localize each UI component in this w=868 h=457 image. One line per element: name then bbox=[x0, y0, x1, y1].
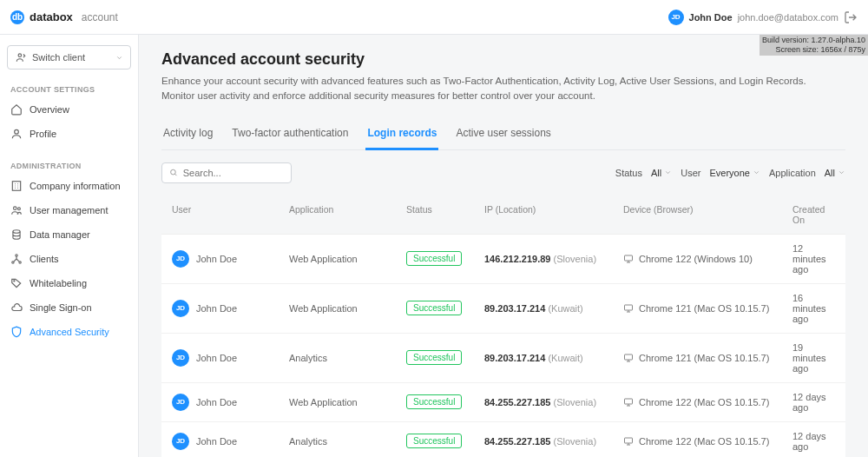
row-user-name: John Doe bbox=[196, 397, 237, 407]
sidebar-item-whitelabel[interactable]: Whitelabeling bbox=[0, 271, 138, 295]
row-avatar-icon: JD bbox=[172, 433, 189, 450]
row-created: 19 minutes ago bbox=[792, 342, 835, 374]
sidebar-item-label: Whitelabeling bbox=[30, 278, 87, 288]
user-area[interactable]: JD John Doe john.doe@databox.com bbox=[668, 10, 858, 25]
user-cell: JDJohn Doe bbox=[172, 394, 289, 411]
brand-sub: account bbox=[82, 11, 118, 23]
filter-user-label: User bbox=[681, 168, 700, 178]
status-badge: Successful bbox=[406, 350, 462, 365]
sidebar-item-users[interactable]: User management bbox=[0, 198, 138, 222]
svg-point-6 bbox=[16, 255, 17, 256]
row-user-name: John Doe bbox=[196, 254, 237, 264]
table-row: JDJohn DoeWeb ApplicationSuccessful146.2… bbox=[161, 235, 845, 284]
search-box[interactable] bbox=[161, 162, 292, 183]
monitor-icon bbox=[623, 254, 634, 264]
row-ip: 84.255.227.185 (Slovenia) bbox=[484, 436, 623, 447]
status-badge: Successful bbox=[406, 434, 462, 448]
user-name: John Doe bbox=[689, 12, 733, 23]
brand-name: databox bbox=[30, 10, 73, 23]
svg-point-8 bbox=[19, 262, 21, 263]
debug-info: Build version: 1.27.0-alpha.10 Screen si… bbox=[760, 35, 868, 56]
svg-rect-12 bbox=[625, 255, 633, 261]
svg-point-1 bbox=[15, 129, 19, 134]
page-description: Enhance your account security with advan… bbox=[161, 74, 838, 104]
status-badge: Successful bbox=[406, 301, 462, 315]
home-icon bbox=[10, 103, 23, 116]
svg-rect-18 bbox=[625, 354, 633, 360]
filter-app-label: Application bbox=[769, 168, 816, 178]
user-avatar-icon: JD bbox=[668, 10, 684, 25]
sidebar-item-data[interactable]: Data manager bbox=[0, 222, 138, 247]
search-icon bbox=[169, 168, 178, 177]
user-cell: JDJohn Doe bbox=[172, 433, 289, 450]
users-icon bbox=[10, 204, 23, 216]
switch-client-button[interactable]: Switch client bbox=[7, 45, 131, 70]
row-created: 12 minutes ago bbox=[792, 243, 835, 275]
user-icon bbox=[10, 128, 23, 140]
user-cell: JDJohn Doe bbox=[172, 250, 289, 268]
chevron-down-icon bbox=[753, 169, 760, 176]
tab-active-sessions[interactable]: Active user sessions bbox=[454, 118, 552, 150]
main-content: Build version: 1.27.0-alpha.10 Screen si… bbox=[139, 35, 868, 457]
logout-icon[interactable] bbox=[844, 10, 858, 24]
user-cell: JDJohn Doe bbox=[172, 300, 289, 317]
row-user-name: John Doe bbox=[196, 353, 237, 363]
login-records-table: User Application Status IP (Location) De… bbox=[161, 195, 845, 458]
user-email: john.doe@databox.com bbox=[738, 12, 838, 23]
sidebar-item-overview[interactable]: Overview bbox=[0, 97, 138, 122]
sidebar-item-label: Company information bbox=[30, 181, 121, 191]
svg-line-11 bbox=[174, 174, 176, 176]
tab-activity-log[interactable]: Activity log bbox=[161, 118, 214, 150]
sidebar-item-profile[interactable]: Profile bbox=[0, 122, 138, 146]
col-user: User bbox=[172, 204, 289, 225]
row-avatar-icon: JD bbox=[172, 349, 189, 367]
search-input[interactable] bbox=[183, 168, 284, 178]
filter-app-select[interactable]: All bbox=[825, 168, 845, 178]
row-app: Web Application bbox=[289, 303, 406, 314]
filter-status-select[interactable]: All bbox=[651, 168, 672, 178]
brand[interactable]: db databox account bbox=[10, 10, 118, 24]
sidebar-item-label: Advanced Security bbox=[30, 327, 109, 337]
svg-point-10 bbox=[171, 169, 176, 175]
row-app: Web Application bbox=[289, 254, 406, 264]
row-device: Chrome 121 (Mac OS 10.15.7) bbox=[623, 303, 792, 314]
row-device: Chrome 122 (Mac OS 10.15.7) bbox=[623, 397, 792, 407]
row-ip: 84.255.227.185 (Slovenia) bbox=[484, 397, 623, 407]
monitor-icon bbox=[623, 353, 634, 363]
database-icon bbox=[10, 228, 23, 241]
user-cell: JDJohn Doe bbox=[172, 349, 289, 367]
col-device: Device (Browser) bbox=[623, 204, 792, 225]
col-status: Status bbox=[406, 204, 484, 225]
section-account-settings: ACCOUNT SETTINGS bbox=[0, 80, 138, 97]
page-title: Advanced account security bbox=[161, 50, 845, 69]
status-badge: Successful bbox=[406, 251, 462, 266]
row-created: 16 minutes ago bbox=[792, 293, 835, 324]
sidebar-item-security[interactable]: Advanced Security bbox=[0, 320, 138, 344]
topbar: db databox account JD John Doe john.doe@… bbox=[0, 0, 868, 35]
row-device: Chrome 122 (Mac OS 10.15.7) bbox=[623, 436, 792, 447]
row-ip: 146.212.219.89 (Slovenia) bbox=[484, 254, 623, 264]
filter-user-select[interactable]: Everyone bbox=[709, 168, 760, 178]
switch-icon bbox=[15, 51, 27, 63]
sidebar-item-company[interactable]: Company information bbox=[0, 174, 138, 198]
chevron-down-icon bbox=[115, 54, 123, 62]
svg-point-4 bbox=[17, 208, 20, 210]
filters-bar: Status All User Everyone Application All bbox=[161, 162, 845, 183]
sidebar-item-label: Clients bbox=[30, 254, 59, 264]
sidebar-item-clients[interactable]: Clients bbox=[0, 247, 138, 271]
row-avatar-icon: JD bbox=[172, 300, 189, 317]
svg-point-5 bbox=[13, 230, 20, 234]
sidebar-item-sso[interactable]: Single Sign-on bbox=[0, 295, 138, 320]
chevron-down-icon bbox=[664, 169, 672, 176]
tab-two-factor[interactable]: Two-factor authentication bbox=[230, 118, 350, 150]
row-avatar-icon: JD bbox=[172, 394, 189, 411]
section-administration: ADMINISTRATION bbox=[0, 156, 138, 174]
table-row: JDJohn DoeWeb ApplicationSuccessful89.20… bbox=[161, 284, 845, 334]
sidebar: Switch client ACCOUNT SETTINGS Overview … bbox=[0, 35, 139, 457]
row-created: 12 days ago bbox=[792, 431, 835, 452]
monitor-icon bbox=[623, 436, 634, 447]
tab-login-records[interactable]: Login records bbox=[365, 118, 438, 150]
svg-rect-2 bbox=[12, 182, 20, 191]
svg-rect-24 bbox=[625, 438, 633, 443]
sidebar-item-label: Profile bbox=[30, 129, 56, 139]
